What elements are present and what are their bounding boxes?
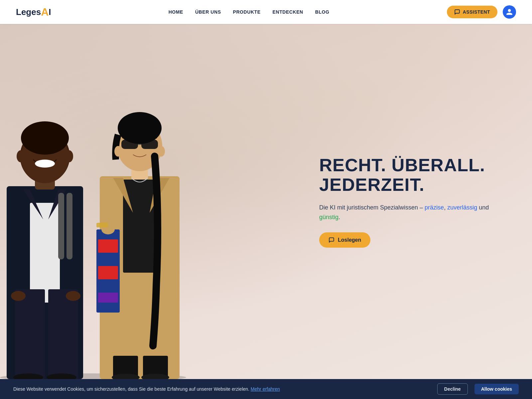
logo-text: Leges — [16, 7, 41, 17]
nav-home[interactable]: HOME — [169, 9, 183, 15]
hero-section: RECHT. ÜBERALL. JEDERZEIT. Die KI mit ju… — [0, 24, 532, 379]
svg-rect-26 — [98, 266, 118, 279]
svg-point-12 — [17, 150, 25, 162]
svg-point-35 — [114, 146, 122, 157]
svg-rect-2 — [30, 203, 60, 303]
svg-point-13 — [65, 150, 73, 162]
assistent-button[interactable]: ASSISTENT — [447, 6, 497, 18]
svg-rect-4 — [48, 289, 78, 379]
cookie-text: Diese Website verwendet Cookies, um sich… — [13, 386, 431, 392]
svg-rect-27 — [98, 293, 118, 303]
svg-rect-15 — [66, 193, 72, 259]
svg-point-10 — [35, 160, 55, 168]
svg-rect-14 — [58, 193, 64, 259]
user-icon — [506, 8, 513, 16]
hero-headline: RECHT. ÜBERALL. JEDERZEIT. — [319, 155, 505, 195]
svg-rect-37 — [96, 223, 108, 227]
hero-subtext: Die KI mit juristischem Spezialwissen – … — [319, 203, 505, 222]
svg-rect-25 — [98, 239, 118, 253]
nav-right: ASSISTENT — [447, 5, 516, 19]
svg-point-36 — [158, 146, 165, 157]
nav-entdecken[interactable]: ENTDECKEN — [273, 9, 303, 15]
svg-point-11 — [21, 121, 69, 155]
cookie-learn-more-link[interactable]: Mehr erfahren — [251, 386, 280, 392]
chat-loslegen-icon — [329, 237, 334, 243]
loslegen-button[interactable]: Loslegen — [319, 232, 370, 248]
decline-button[interactable]: Decline — [437, 383, 468, 395]
hero-content: RECHT. ÜBERALL. JEDERZEIT. Die KI mit ju… — [319, 155, 505, 248]
allow-cookies-button[interactable]: Allow cookies — [474, 384, 519, 394]
nav-uber-uns[interactable]: ÜBER UNS — [195, 9, 221, 15]
hero-people-illustration — [0, 80, 226, 379]
navbar: LegesAI HOME ÜBER UNS PRODUKTE ENTDECKEN… — [0, 0, 532, 24]
svg-point-34 — [118, 112, 162, 144]
user-avatar-button[interactable] — [503, 5, 516, 19]
cookie-banner: Diese Website verwendet Cookies, um sich… — [0, 379, 532, 399]
svg-rect-21 — [123, 180, 156, 273]
svg-point-16 — [11, 291, 26, 301]
nav-blog[interactable]: BLOG — [315, 9, 330, 15]
svg-point-17 — [66, 291, 80, 301]
nav-links: HOME ÜBER UNS PRODUKTE ENTDECKEN BLOG — [169, 9, 330, 15]
svg-rect-3 — [15, 289, 45, 379]
nav-produkte[interactable]: PRODUKTE — [233, 9, 261, 15]
chat-icon — [454, 9, 460, 15]
logo[interactable]: LegesAI — [16, 6, 51, 18]
